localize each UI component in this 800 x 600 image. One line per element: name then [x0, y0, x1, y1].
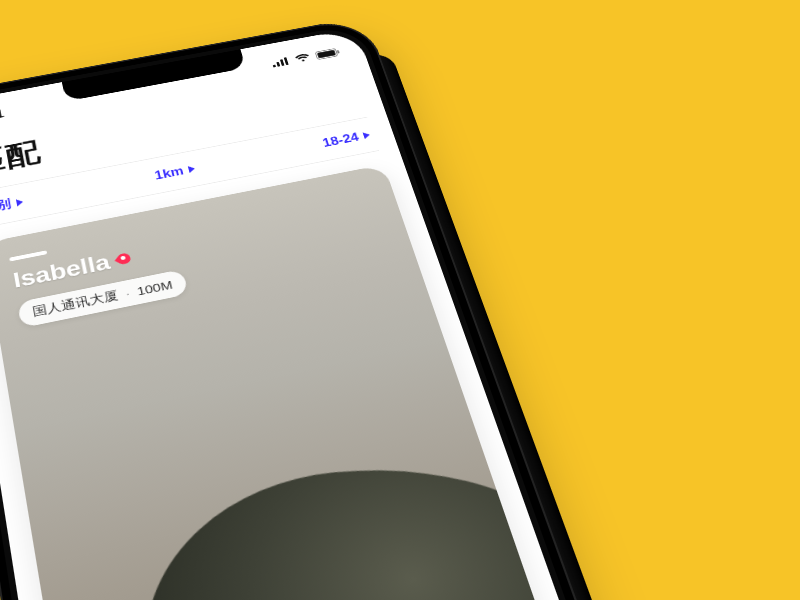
bg-hill — [138, 451, 564, 600]
location-range: 100M — [136, 278, 174, 298]
cellular-icon — [271, 57, 290, 68]
location-pin-icon — [116, 252, 131, 265]
svg-rect-1 — [276, 62, 280, 67]
filter-gender[interactable]: 性别 — [0, 194, 24, 217]
status-time: 9:41 — [0, 107, 5, 126]
filter-age[interactable]: 18-24 — [321, 128, 372, 149]
svg-rect-0 — [273, 65, 276, 68]
location-separator: · — [124, 286, 131, 300]
filter-distance[interactable]: 1km — [153, 162, 196, 182]
svg-rect-2 — [280, 59, 284, 66]
stage: 9:41 — [0, 0, 800, 600]
content: 匹配 性别 1km 18-24 — [0, 61, 635, 600]
chevron-right-icon — [362, 131, 370, 139]
filter-gender-label: 性别 — [0, 196, 12, 217]
profile-card[interactable]: Isabella 国人通讯大厦 · 100M — [0, 164, 565, 600]
screen: 9:41 — [0, 28, 635, 600]
filter-distance-label: 1km — [153, 164, 185, 182]
phone-mock: 9:41 — [0, 16, 659, 600]
status-icons — [271, 47, 341, 68]
filter-age-label: 18-24 — [321, 130, 360, 149]
svg-rect-3 — [284, 57, 289, 65]
chevron-right-icon — [16, 198, 24, 206]
chevron-right-icon — [188, 165, 196, 173]
wifi-icon — [294, 53, 312, 63]
battery-icon — [315, 47, 341, 59]
